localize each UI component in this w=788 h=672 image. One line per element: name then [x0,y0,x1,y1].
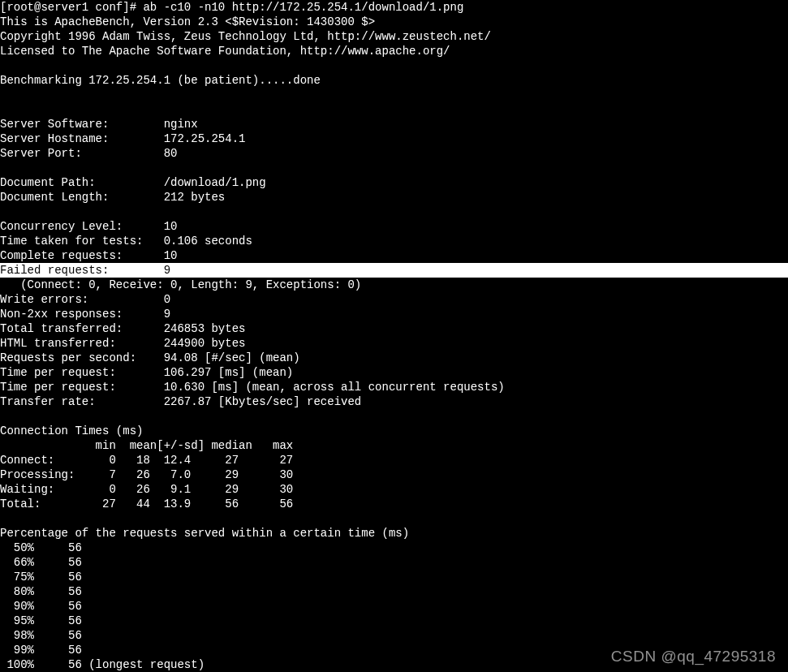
concurrency-level: Concurrency Level: 10 [0,220,177,233]
percentile-row: 95% 56 [0,614,82,627]
percentile-row: 98% 56 [0,629,82,642]
document-length: Document Length: 212 bytes [0,191,225,204]
percentile-row: 90% 56 [0,600,82,613]
non-2xx-responses: Non-2xx responses: 9 [0,308,170,321]
percentile-row: 80% 56 [0,585,82,598]
connection-times-title: Connection Times (ms) [0,424,143,437]
connection-times-header: min mean[+/-sd] median max [0,439,293,452]
requests-per-second: Requests per second: 94.08 [#/sec] (mean… [0,351,300,364]
percentile-row: 99% 56 [0,644,82,657]
html-transferred: HTML transferred: 244900 bytes [0,337,245,350]
percentile-row: 100% 56 (longest request) [0,658,205,671]
failed-detail: (Connect: 0, Receive: 0, Length: 9, Exce… [0,278,361,291]
header-line: This is ApacheBench, Version 2.3 <$Revis… [0,15,375,28]
write-errors: Write errors: 0 [0,293,170,306]
transfer-rate: Transfer rate: 2267.87 [Kbytes/sec] rece… [0,395,361,408]
time-per-request-mean: Time per request: 106.297 [ms] (mean) [0,366,293,379]
failed-requests-highlight: Failed requests: 9 [0,263,788,278]
percentile-row: 75% 56 [0,571,82,584]
complete-requests: Complete requests: 10 [0,249,177,262]
document-path: Document Path: /download/1.png [0,176,266,189]
server-hostname: Server Hostname: 172.25.254.1 [0,132,245,145]
header-line: Licensed to The Apache Software Foundati… [0,45,450,58]
header-line: Copyright 1996 Adam Twiss, Zeus Technolo… [0,30,491,43]
total-row: Total: 27 44 13.9 56 56 [0,498,293,510]
prompt-line: [root@server1 conf]# ab -c10 -n10 http:/… [0,1,463,14]
server-port: Server Port: 80 [0,147,177,160]
terminal-output[interactable]: [root@server1 conf]# ab -c10 -n10 http:/… [0,0,788,672]
time-per-request-all: Time per request: 10.630 [ms] (mean, acr… [0,381,505,394]
waiting-row: Waiting: 0 26 9.1 29 30 [0,483,293,496]
total-transferred: Total transferred: 246853 bytes [0,322,245,335]
percentile-title: Percentage of the requests served within… [0,527,409,540]
time-taken: Time taken for tests: 0.106 seconds [0,235,252,248]
connect-row: Connect: 0 18 12.4 27 27 [0,454,293,467]
benchmarking-line: Benchmarking 172.25.254.1 (be patient)..… [0,74,321,87]
processing-row: Processing: 7 26 7.0 29 30 [0,468,293,481]
percentile-row: 50% 56 [0,541,82,554]
percentile-row: 66% 56 [0,556,82,569]
server-software: Server Software: nginx [0,118,198,131]
